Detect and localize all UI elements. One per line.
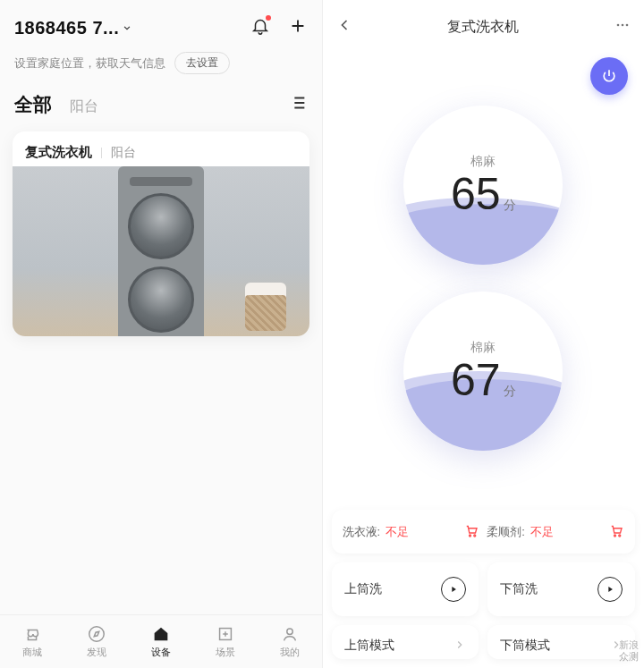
separator	[101, 148, 102, 158]
dial-value: 67	[451, 358, 501, 402]
bottom-wash-button[interactable]: 下筒洗	[487, 562, 635, 616]
store-icon	[22, 624, 42, 644]
svg-point-3	[617, 24, 620, 27]
list-view-button[interactable]	[288, 93, 308, 116]
header-actions	[250, 16, 308, 39]
top-wash-button[interactable]: 上筒洗	[332, 562, 479, 616]
svg-point-9	[619, 535, 621, 537]
basket-illustration	[245, 295, 286, 331]
detergent-status[interactable]: 洗衣液: 不足	[343, 522, 480, 541]
device-header: 复式洗衣机	[323, 0, 645, 45]
top-drum-dial[interactable]: 棉麻 65 分	[403, 106, 563, 265]
detergent-label: 洗衣液:	[343, 525, 381, 538]
top-mode-button[interactable]: 上筒模式	[332, 625, 479, 659]
list-icon	[288, 93, 308, 113]
home-screen: 1868465 7... 设置家庭位置，获取天气信息 去设置 全部 阳台 复式洗…	[0, 0, 322, 668]
scene-icon	[216, 624, 235, 644]
bottom-mode-button[interactable]: 下筒模式	[487, 625, 635, 659]
back-button[interactable]	[335, 16, 353, 38]
weather-tip-text: 设置家庭位置，获取天气信息	[14, 55, 165, 72]
device-detail-screen: 复式洗衣机 棉麻 65 分 棉麻 67 分	[323, 0, 645, 668]
detergent-value: 不足	[386, 525, 409, 538]
nav-label: 商城	[22, 646, 42, 659]
more-button[interactable]	[614, 16, 631, 38]
home-header: 1868465 7...	[0, 0, 322, 47]
chevron-down-icon	[121, 21, 133, 34]
dial-mode: 棉麻	[470, 154, 496, 170]
dial-unit: 分	[504, 384, 516, 400]
dial-mode: 棉麻	[470, 340, 496, 356]
svg-point-8	[614, 535, 616, 537]
home-icon	[151, 624, 171, 644]
dots-icon	[614, 16, 631, 34]
svg-point-0	[89, 627, 105, 642]
room-tabs: 全部 阳台	[0, 87, 322, 126]
notifications-button[interactable]	[250, 16, 270, 39]
svg-point-2	[286, 629, 292, 634]
plus-icon	[288, 16, 308, 36]
dials-area: 棉麻 65 分 棉麻 67 分	[323, 95, 645, 503]
tab-all[interactable]: 全部	[14, 92, 52, 117]
notification-dot-icon	[266, 15, 271, 21]
device-card[interactable]: 复式洗衣机 阳台	[13, 131, 309, 336]
button-label: 下筒模式	[500, 638, 550, 654]
account-name: 1868465 7...	[14, 18, 119, 38]
nav-label: 发现	[87, 646, 106, 659]
dial-unit: 分	[504, 198, 516, 214]
svg-point-5	[626, 24, 629, 27]
weather-tip-bar: 设置家庭位置，获取天气信息 去设置	[0, 47, 322, 87]
user-icon	[280, 624, 300, 644]
chevron-right-icon	[453, 638, 466, 654]
cart-icon	[463, 522, 479, 538]
device-title: 复式洗衣机	[25, 144, 92, 161]
go-settings-button[interactable]: 去设置	[174, 52, 230, 74]
bottom-nav: 商城 发现 设备 场景 我的	[0, 614, 322, 668]
bottom-drum-dial[interactable]: 棉麻 67 分	[403, 292, 563, 451]
washer-illustration	[118, 166, 204, 336]
power-button[interactable]	[590, 57, 628, 95]
watermark: 新浪 众测	[619, 639, 639, 663]
svg-point-6	[470, 535, 471, 537]
nav-label: 我的	[280, 646, 300, 659]
compass-icon	[87, 624, 106, 644]
nav-discover[interactable]: 发现	[87, 624, 106, 659]
nav-mine[interactable]: 我的	[280, 624, 300, 659]
device-bottom-panel: 洗衣液: 不足 柔顺剂: 不足 上筒洗	[323, 503, 645, 668]
device-image	[13, 166, 309, 336]
play-icon	[597, 577, 623, 602]
button-label: 下筒洗	[500, 581, 538, 597]
chevron-left-icon	[335, 16, 353, 34]
svg-point-4	[622, 24, 624, 27]
svg-point-7	[474, 535, 476, 537]
device-room: 阳台	[111, 145, 136, 161]
nav-scenes[interactable]: 场景	[216, 624, 235, 659]
softener-status[interactable]: 柔顺剂: 不足	[487, 522, 624, 541]
device-card-header: 复式洗衣机 阳台	[13, 131, 309, 166]
device-title: 复式洗衣机	[447, 18, 519, 37]
cart-icon	[608, 522, 624, 538]
power-icon	[600, 67, 618, 85]
nav-label: 场景	[216, 646, 235, 659]
button-label: 上筒模式	[344, 638, 394, 654]
buy-detergent-button[interactable]	[463, 522, 479, 541]
button-label: 上筒洗	[344, 581, 382, 597]
dial-value: 65	[451, 172, 501, 216]
play-icon	[441, 577, 466, 602]
softener-label: 柔顺剂:	[487, 525, 525, 538]
nav-label: 设备	[151, 646, 171, 659]
softener-value: 不足	[530, 525, 554, 538]
tab-balcony[interactable]: 阳台	[70, 97, 98, 116]
supply-card: 洗衣液: 不足 柔顺剂: 不足	[332, 510, 636, 554]
buy-softener-button[interactable]	[608, 522, 624, 541]
account-dropdown[interactable]: 1868465 7...	[14, 18, 133, 38]
nav-store[interactable]: 商城	[22, 624, 42, 659]
nav-devices[interactable]: 设备	[151, 624, 171, 659]
add-button[interactable]	[288, 16, 308, 39]
